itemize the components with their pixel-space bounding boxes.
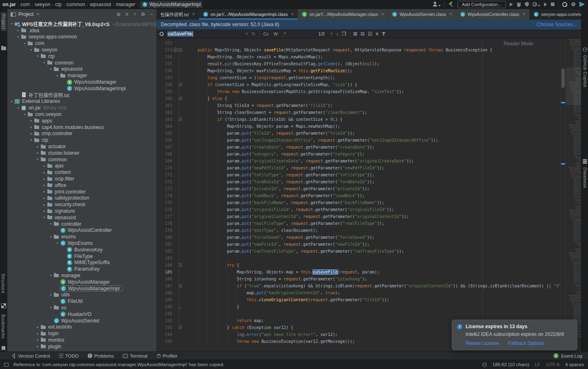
tree-item[interactable]: ▸cap4.form.modules.business bbox=[7, 124, 156, 131]
todo-button[interactable]: TODO bbox=[59, 353, 79, 358]
chevron-down-icon[interactable]: ▾ bbox=[9, 22, 14, 26]
chevron-down-icon[interactable]: ▾ bbox=[48, 306, 53, 309]
clear-search-icon[interactable]: × bbox=[245, 31, 248, 37]
chevron-down-icon[interactable]: ▾ bbox=[48, 235, 53, 239]
version-control-button[interactable]: Version Control bbox=[12, 353, 50, 358]
breadcrumb-item[interactable]: seeyon bbox=[35, 2, 51, 7]
fold-collapse-icon[interactable]: − bbox=[179, 48, 182, 51]
code-minimap[interactable]: public Map<String, Object> saveFile(Http… bbox=[566, 39, 581, 351]
reader-mode-label[interactable]: Reader Mode bbox=[504, 41, 533, 47]
problems-button[interactable]: !Problems bbox=[88, 353, 114, 358]
editor-tab[interactable]: CWpsAssistServlet.class× bbox=[388, 9, 456, 20]
chevron-down-icon[interactable]: ▾ bbox=[42, 216, 47, 219]
chevron-down-icon[interactable]: ▾ bbox=[35, 158, 40, 161]
chevron-right-icon[interactable]: ▸ bbox=[29, 125, 34, 129]
match-case-toggle[interactable]: Cc bbox=[262, 31, 269, 36]
tree-item[interactable]: 补丁包操作说明.txt bbox=[7, 92, 156, 98]
tree-item[interactable]: ▸ocip.filter bbox=[7, 176, 156, 182]
tree-item[interactable]: ▾seeyon bbox=[7, 47, 156, 53]
chevron-right-icon[interactable]: ▸ bbox=[29, 132, 34, 136]
tree-item[interactable]: CHualianVO bbox=[7, 311, 156, 318]
add-configuration-button[interactable]: Add Configuration... bbox=[457, 1, 506, 8]
chevron-right-icon[interactable]: ▸ bbox=[16, 29, 21, 32]
hide-panel-icon[interactable]: − bbox=[150, 11, 153, 17]
tree-item[interactable]: CWpsAssistController bbox=[7, 227, 156, 234]
open-find-window-icon[interactable]: ❐ bbox=[342, 31, 346, 37]
caret-position[interactable]: 185:62 (10 chars) bbox=[493, 362, 529, 367]
chevron-down-icon[interactable] bbox=[37, 13, 39, 15]
editor-tab[interactable]: CWpsAssistController.class× bbox=[456, 9, 530, 20]
tree-item[interactable]: ▾wpsassist bbox=[7, 214, 156, 221]
chevron-down-icon[interactable]: ▾ bbox=[48, 67, 53, 71]
run-icon[interactable] bbox=[510, 2, 513, 7]
tree-item[interactable]: ▾CWpsEnums bbox=[7, 240, 156, 247]
chevron-down-icon[interactable]: ▾ bbox=[16, 35, 21, 39]
tree-item[interactable]: CWpsAssistManagerImpl bbox=[7, 285, 156, 292]
tree-item[interactable]: ▾utils bbox=[7, 291, 156, 298]
close-tab-icon[interactable]: × bbox=[192, 11, 195, 17]
tree-item[interactable]: EMIMETypeSuffix bbox=[7, 259, 156, 266]
tool-window-switcher-icon[interactable] bbox=[4, 363, 9, 367]
tree-item[interactable]: ▾seeyon-apps-common bbox=[7, 34, 156, 40]
add-selection-icon[interactable]: ⊞ bbox=[353, 31, 357, 37]
breadcrumb-item[interactable]: on.jar bbox=[2, 2, 16, 7]
user-account-icon[interactable] bbox=[433, 1, 441, 8]
database-icon[interactable] bbox=[583, 159, 587, 164]
words-toggle[interactable]: W bbox=[273, 31, 279, 36]
indent-setting[interactable]: 4 spaces bbox=[565, 362, 584, 367]
code-line[interactable]: 152 bbox=[157, 40, 560, 47]
chevron-right-icon[interactable]: ▸ bbox=[35, 325, 40, 329]
profiler-button[interactable]: Profiler bbox=[157, 353, 178, 358]
chevron-down-icon[interactable]: ▾ bbox=[35, 54, 40, 58]
override-marker-icon[interactable]: ↑ bbox=[173, 48, 178, 52]
fold-collapse-icon[interactable]: − bbox=[179, 83, 182, 86]
tree-item[interactable]: ▾wpsassist bbox=[7, 66, 156, 73]
scrollbar-thumb[interactable] bbox=[561, 69, 565, 88]
tree-item[interactable]: ▾on.jarlibrary root bbox=[7, 104, 156, 111]
chevron-down-icon[interactable]: ▾ bbox=[48, 293, 53, 297]
find-marker[interactable] bbox=[561, 163, 565, 164]
stop-icon[interactable] bbox=[551, 2, 555, 6]
structure-icon[interactable] bbox=[2, 304, 6, 308]
chevron-down-icon[interactable]: ▾ bbox=[22, 113, 27, 116]
tree-item[interactable]: EBusinessKey bbox=[7, 247, 156, 253]
chevron-down-icon[interactable]: ▾ bbox=[42, 61, 47, 64]
chevron-down-icon[interactable]: ▾ bbox=[55, 241, 60, 245]
tree-item[interactable]: ▸ajax bbox=[7, 163, 156, 169]
tree-item[interactable]: CWpsAssistManagerImpl bbox=[7, 85, 156, 92]
fold-collapse-icon[interactable]: − bbox=[179, 97, 182, 100]
search-input[interactable]: oaSaveFile bbox=[167, 31, 193, 37]
chevron-right-icon[interactable]: ▸ bbox=[35, 332, 40, 336]
tree-item[interactable]: ▾com.seeyon bbox=[7, 111, 156, 118]
editor-tab[interactable]: Con.jar!/.../WpsAssistManagerImpl.class× bbox=[199, 9, 298, 20]
select-all-occurrences-icon[interactable]: ☑ bbox=[368, 31, 373, 37]
close-tab-icon[interactable]: × bbox=[291, 11, 294, 17]
chevron-right-icon[interactable]: ▸ bbox=[35, 345, 40, 348]
breadcrumb-item[interactable]: manager bbox=[116, 2, 135, 7]
stripe-copilot-button[interactable]: GitHub Copilot bbox=[583, 55, 588, 87]
tree-item[interactable]: ▸actuator bbox=[7, 143, 156, 150]
minimap-viewport[interactable] bbox=[566, 67, 581, 105]
tree-item[interactable]: ▾common bbox=[7, 156, 156, 163]
panel-settings-icon[interactable]: ⚙ bbox=[141, 11, 145, 17]
locate-icon[interactable]: ⊕ bbox=[117, 11, 121, 17]
collapse-all-icon[interactable]: ÷ bbox=[133, 11, 136, 17]
chevron-right-icon[interactable]: ▸ bbox=[35, 338, 40, 342]
close-tab-icon[interactable]: × bbox=[381, 11, 384, 17]
tree-item[interactable]: ▾common bbox=[7, 60, 156, 66]
tree-item[interactable]: ▾WPS任意文件上传漏洞补丁_V8.0sp2<S~/Downloads/WPS任… bbox=[7, 21, 156, 27]
filter-lines-icon[interactable]: ≡ bbox=[375, 31, 378, 37]
remove-selection-icon[interactable]: ⊟ bbox=[360, 31, 364, 37]
profiler-icon[interactable] bbox=[533, 1, 540, 8]
chevron-right-icon[interactable]: ▸ bbox=[42, 183, 47, 187]
chevron-down-icon[interactable]: ▾ bbox=[48, 222, 53, 226]
tree-item[interactable]: ▾manager bbox=[7, 72, 156, 79]
github-copilot-icon[interactable] bbox=[583, 47, 587, 52]
tree-item[interactable]: ▸cluster.listener bbox=[7, 150, 156, 156]
fold-collapse-icon[interactable]: − bbox=[179, 326, 182, 329]
chevron-right-icon[interactable]: ▸ bbox=[35, 145, 40, 149]
event-log-button[interactable]: 1 Event Log bbox=[553, 353, 582, 358]
breadcrumb-item-current[interactable]: CWpsAssistManagerImpl bbox=[140, 1, 203, 8]
editor-tab[interactable]: 包操作说明.txt× bbox=[157, 9, 199, 20]
chevron-right-icon[interactable]: ▸ bbox=[42, 177, 47, 181]
